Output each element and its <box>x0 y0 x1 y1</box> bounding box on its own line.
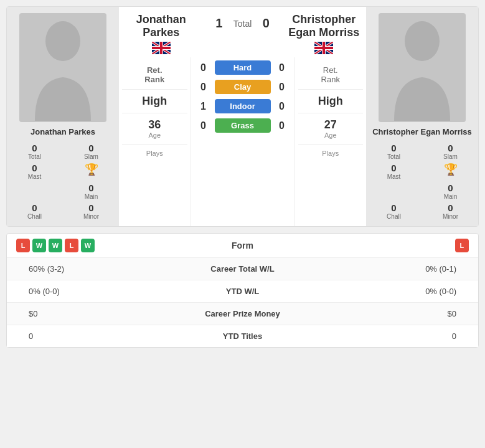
left-stats-grid: 0 Total 0 Slam 0 Mast 🏆 <box>10 143 116 220</box>
left-stats-col: Ret. Rank High 36 Age Plays <box>119 57 191 226</box>
surface-row-hard: 0 Hard 0 <box>197 60 288 75</box>
form-left: L W W L W <box>16 239 167 252</box>
career-total-row: 60% (3-2) Career Total W/L 0% (0-1) <box>7 258 478 280</box>
right-flag-icon <box>314 42 333 54</box>
left-plays-stat: Plays <box>122 145 187 162</box>
form-row: L W W L W Form L <box>7 234 478 258</box>
right-stats-grid: 0 Total 0 Slam 0 Mast 🏆 <box>369 143 475 220</box>
ytd-wl-label: YTD W/L <box>171 287 314 296</box>
right-stat-slam: 0 Slam <box>426 143 475 160</box>
left-name-flag-block: Jonathan Parkes <box>125 13 197 54</box>
left-player-avatar <box>19 13 106 122</box>
left-stat-main-placeholder <box>10 183 59 200</box>
center-surface-col: 0 Hard 0 0 Clay 0 1 Indoor 0 <box>191 57 294 226</box>
form-badge-r-l1: L <box>455 239 469 252</box>
ytd-wl-left: 0% (0-0) <box>16 287 171 296</box>
career-total-label: Career Total W/L <box>171 264 314 274</box>
comparison-section: Jonathan Parkes 0 Total 0 Slam 0 Mast 🏆 <box>6 6 479 227</box>
left-high-stat: High <box>122 90 187 113</box>
right-high-stat: High <box>298 90 364 113</box>
combined-middle: Ret. Rank High 36 Age Plays <box>119 57 366 226</box>
left-trophy-icon: 🏆 <box>67 163 116 180</box>
form-badge-w3: W <box>81 239 95 252</box>
form-badge-l2: L <box>65 239 78 252</box>
right-stat-minor: 0 Minor <box>426 203 475 220</box>
right-player-name-card: Christopher Egan Morriss <box>372 127 472 136</box>
form-section: L W W L W Form L 60% (3-2) Career Total … <box>6 233 479 348</box>
hard-btn[interactable]: Hard <box>215 60 271 75</box>
form-badge-w1: W <box>32 239 46 252</box>
right-stats-col: Ret. Rank High 27 Age Plays <box>294 57 367 226</box>
grass-btn[interactable]: Grass <box>215 118 271 133</box>
right-player-avatar <box>379 13 466 122</box>
form-badge-w2: W <box>49 239 62 252</box>
ytd-wl-row: 0% (0-0) YTD W/L 0% (0-0) <box>7 280 478 303</box>
right-player-name-center: Christopher Egan Morriss <box>288 13 359 39</box>
left-rank-stat: Ret. Rank <box>122 60 187 90</box>
right-stat-main-placeholder <box>369 183 418 200</box>
prize-money-row: $0 Career Prize Money $0 <box>7 303 478 325</box>
ytd-titles-right: 0 <box>314 331 469 341</box>
total-center-block: 1 Total 0 <box>204 13 282 34</box>
right-plays-stat: Plays <box>298 145 364 162</box>
left-stat-main: 0 Main <box>67 183 116 200</box>
surface-row-indoor: 1 Indoor 0 <box>197 99 288 113</box>
ytd-wl-right: 0% (0-0) <box>314 287 469 296</box>
left-stat-chall: 0 Chall <box>10 203 59 220</box>
indoor-btn[interactable]: Indoor <box>215 99 271 113</box>
ytd-titles-label: YTD Titles <box>171 331 314 341</box>
form-badge-l1: L <box>16 239 30 252</box>
left-ret-label: Ret. <box>122 65 187 75</box>
left-stat-slam: 0 Slam <box>67 143 116 160</box>
surface-row-clay: 0 Clay 0 <box>197 80 288 94</box>
left-stat-total: 0 Total <box>10 143 59 160</box>
svg-point-0 <box>45 21 80 61</box>
ytd-titles-left: 0 <box>16 331 171 341</box>
form-right: L <box>318 239 469 252</box>
prize-money-label: Career Prize Money <box>171 309 314 318</box>
right-stat-total: 0 Total <box>369 143 418 160</box>
right-trophy-icon: 🏆 <box>426 163 475 180</box>
right-age-stat: 27 Age <box>298 113 364 145</box>
prize-money-right: $0 <box>314 309 469 318</box>
left-age-stat: 36 Age <box>122 113 187 145</box>
left-player-card: Jonathan Parkes 0 Total 0 Slam 0 Mast 🏆 <box>7 7 119 226</box>
prize-money-left: $0 <box>16 309 171 318</box>
svg-point-3 <box>405 21 440 61</box>
career-total-left: 60% (3-2) <box>16 264 171 274</box>
right-player-card: Christopher Egan Morriss 0 Total 0 Slam … <box>366 7 478 226</box>
main-container: Jonathan Parkes 0 Total 0 Slam 0 Mast 🏆 <box>0 6 485 348</box>
player-names-row: Jonathan Parkes 1 Total <box>119 7 366 57</box>
ytd-titles-row: 0 YTD Titles 0 <box>7 325 478 347</box>
right-rank-stat: Ret. Rank <box>298 60 364 90</box>
left-stat-minor: 0 Minor <box>67 203 116 220</box>
right-stat-main: 0 Main <box>426 183 475 200</box>
career-total-right: 0% (0-1) <box>314 264 469 274</box>
left-flag-icon <box>152 42 171 54</box>
right-stat-mast: 0 Mast <box>369 163 418 180</box>
right-name-flag-block: Christopher Egan Morriss <box>288 13 360 54</box>
left-rank-label: Rank <box>122 75 187 84</box>
surface-row-grass: 0 Grass 0 <box>197 118 288 133</box>
form-center-label: Form <box>167 241 318 250</box>
total-row: 1 Total 0 <box>204 13 282 34</box>
left-stat-mast: 0 Mast <box>10 163 59 180</box>
clay-btn[interactable]: Clay <box>215 80 271 94</box>
left-player-name-center: Jonathan Parkes <box>136 13 186 39</box>
right-stat-chall: 0 Chall <box>369 203 418 220</box>
middle-section: Jonathan Parkes 1 Total <box>119 7 366 226</box>
left-player-name-card: Jonathan Parkes <box>31 127 95 136</box>
